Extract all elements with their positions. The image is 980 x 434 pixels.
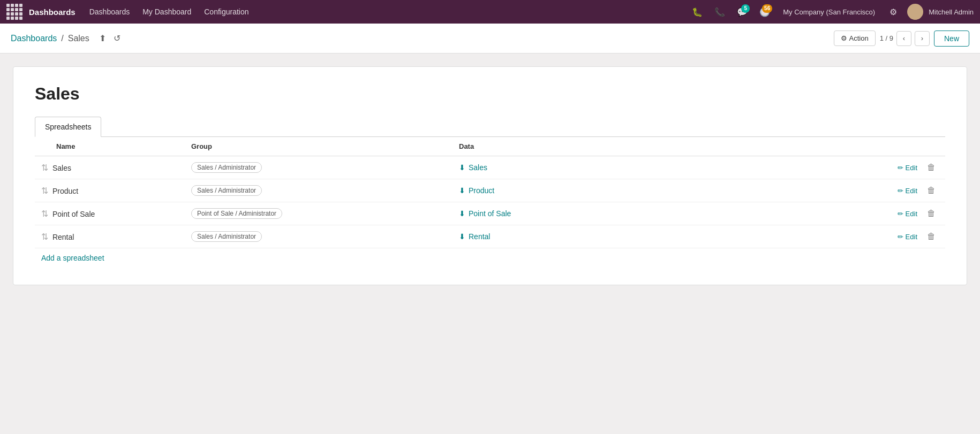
breadcrumb-current: Sales — [68, 34, 89, 43]
download-icon: ⬇ — [459, 186, 465, 195]
pencil-icon: ✏ — [898, 164, 903, 172]
breadcrumb-right: ⚙ Action 1 / 9 ‹ › New — [834, 31, 969, 47]
table-row: ⇅ Sales Sales / Administrator ⬇ Sales ✏ … — [35, 156, 945, 179]
nav-configuration[interactable]: Configuration — [199, 4, 254, 19]
download-icon: ⬇ — [459, 163, 465, 172]
content-card: Sales Spreadsheets Name Group Data ⇅ Sal… — [13, 66, 967, 285]
download-icon: ⬇ — [459, 209, 465, 218]
data-label-2: Point of Sale — [469, 209, 511, 218]
edit-button-3[interactable]: ✏ Edit — [898, 233, 917, 241]
breadcrumb-separator: / — [61, 34, 63, 43]
action-button[interactable]: ⚙ Action — [834, 31, 876, 46]
delete-button-1[interactable]: 🗑 — [924, 185, 939, 196]
drag-handle-icon[interactable]: ⇅ — [41, 163, 48, 172]
top-navigation: Dashboards Dashboards My Dashboard Confi… — [0, 0, 980, 24]
row-actions-2: ✏ Edit 🗑 — [877, 208, 939, 219]
data-label-0: Sales — [469, 163, 487, 172]
pencil-icon: ✏ — [898, 187, 903, 195]
breadcrumb-actions: ⬆ ↺ — [97, 31, 123, 45]
table-row: ⇅ Rental Sales / Administrator ⬇ Rental … — [35, 225, 945, 248]
row-actions-3: ✏ Edit 🗑 — [877, 231, 939, 242]
user-name[interactable]: Mitchell Admin — [929, 8, 974, 16]
drag-handle-icon[interactable]: ⇅ — [41, 186, 48, 195]
row-name-1: Product — [52, 187, 78, 195]
data-link-3[interactable]: ⬇ Rental — [459, 232, 864, 241]
clock-icon-btn[interactable]: 🕐 56 — [756, 3, 773, 20]
pagination-prev[interactable]: ‹ — [896, 31, 911, 46]
bug-icon-btn[interactable]: 🐛 — [689, 3, 706, 20]
pagination: 1 / 9 ‹ › — [880, 31, 930, 46]
row-name-0: Sales — [52, 164, 71, 172]
group-badge-1: Sales / Administrator — [191, 185, 262, 196]
pencil-icon: ✏ — [898, 233, 903, 241]
svg-point-0 — [911, 6, 919, 14]
edit-label-2: Edit — [906, 210, 917, 218]
drag-handle-icon[interactable]: ⇅ — [41, 232, 48, 241]
company-selector[interactable]: My Company (San Francisco) — [779, 6, 879, 18]
table-row: ⇅ Product Sales / Administrator ⬇ Produc… — [35, 179, 945, 202]
gear-icon: ⚙ — [841, 34, 847, 42]
data-link-0[interactable]: ⬇ Sales — [459, 163, 864, 172]
edit-label-3: Edit — [906, 233, 917, 241]
row-name-2: Point of Sale — [52, 210, 95, 218]
delete-button-2[interactable]: 🗑 — [924, 208, 939, 219]
nav-dashboards[interactable]: Dashboards — [84, 4, 135, 19]
pagination-text: 1 / 9 — [880, 34, 893, 42]
drag-handle-icon[interactable]: ⇅ — [41, 209, 48, 218]
top-nav-icons: 🐛 📞 💬 5 🕐 56 My Company (San Francisco) … — [689, 3, 974, 20]
pencil-icon: ✏ — [898, 210, 903, 218]
data-link-2[interactable]: ⬇ Point of Sale — [459, 209, 864, 218]
data-label-3: Rental — [469, 232, 490, 241]
breadcrumb-bar: Dashboards / Sales ⬆ ↺ ⚙ Action 1 / 9 ‹ … — [0, 24, 980, 54]
row-actions-0: ✏ Edit 🗑 — [877, 162, 939, 173]
add-spreadsheet-link[interactable]: Add a spreadsheet — [35, 248, 945, 268]
nav-my-dashboard[interactable]: My Dashboard — [137, 4, 197, 19]
group-badge-2: Point of Sale / Administrator — [191, 208, 282, 219]
edit-button-2[interactable]: ✏ Edit — [898, 210, 917, 218]
settings-icon-btn[interactable]: ⚙ — [885, 3, 902, 20]
delete-button-3[interactable]: 🗑 — [924, 231, 939, 242]
main-content: Sales Spreadsheets Name Group Data ⇅ Sal… — [0, 54, 980, 298]
app-menu-icon[interactable] — [6, 4, 22, 20]
chat-badge: 5 — [741, 4, 750, 13]
group-badge-0: Sales / Administrator — [191, 162, 262, 173]
edit-button-1[interactable]: ✏ Edit — [898, 187, 917, 195]
spreadsheet-table: Name Group Data ⇅ Sales Sales / Administ… — [35, 137, 945, 248]
save-icon-btn[interactable]: ⬆ — [97, 31, 108, 45]
row-name-3: Rental — [52, 233, 74, 241]
page-title: Sales — [35, 84, 945, 104]
top-nav-menu: Dashboards My Dashboard Configuration — [84, 4, 254, 19]
delete-button-0[interactable]: 🗑 — [924, 162, 939, 173]
group-badge-3: Sales / Administrator — [191, 231, 262, 242]
table-row: ⇅ Point of Sale Point of Sale / Administ… — [35, 202, 945, 225]
breadcrumb-parent[interactable]: Dashboards — [11, 34, 57, 43]
new-button[interactable]: New — [934, 31, 969, 47]
phone-icon-btn[interactable]: 📞 — [711, 3, 728, 20]
data-link-1[interactable]: ⬇ Product — [459, 186, 864, 195]
col-name: Name — [35, 137, 185, 156]
discard-icon-btn[interactable]: ↺ — [111, 31, 123, 45]
download-icon: ⬇ — [459, 232, 465, 241]
data-label-1: Product — [469, 186, 494, 195]
col-group: Group — [185, 137, 453, 156]
add-spreadsheet-label[interactable]: Add a spreadsheet — [35, 248, 111, 268]
col-data: Data — [453, 137, 870, 156]
user-avatar[interactable] — [907, 4, 923, 20]
tab-spreadsheets[interactable]: Spreadsheets — [35, 117, 101, 137]
pagination-next[interactable]: › — [915, 31, 930, 46]
svg-point-1 — [910, 14, 921, 20]
clock-badge: 56 — [762, 4, 772, 13]
chat-icon-btn[interactable]: 💬 5 — [734, 3, 751, 20]
action-button-label: Action — [849, 34, 869, 42]
tabs: Spreadsheets — [35, 117, 945, 137]
edit-button-0[interactable]: ✏ Edit — [898, 164, 917, 172]
row-actions-1: ✏ Edit 🗑 — [877, 185, 939, 196]
edit-label-0: Edit — [906, 164, 917, 172]
app-title: Dashboards — [29, 7, 76, 17]
edit-label-1: Edit — [906, 187, 917, 195]
